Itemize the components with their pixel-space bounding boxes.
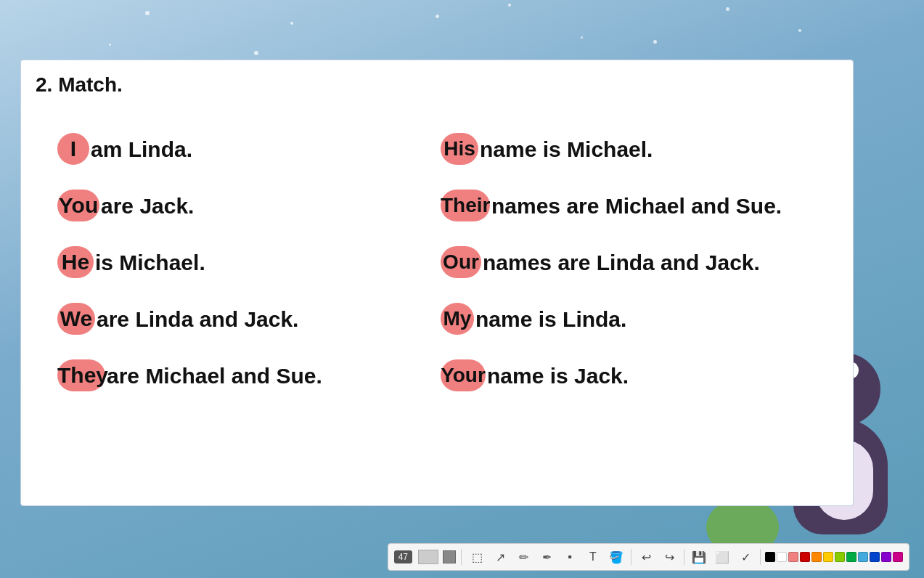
snow-dot [145, 11, 150, 15]
color-salmon[interactable] [788, 552, 798, 562]
pronoun-My: My [441, 303, 474, 335]
select-tool-button[interactable]: ⬚ [467, 547, 487, 567]
pronoun-Our: Our [441, 246, 481, 278]
exercise-title: 2. Match. [21, 60, 853, 104]
sentence-right-5: Your name is Jack. [441, 352, 824, 399]
text-tool-button[interactable]: T [583, 547, 603, 567]
sentence-left-5: They are Michael and Sue. [57, 352, 441, 399]
sentence-rest-r1: name is Michael. [480, 135, 653, 163]
sep1 [461, 549, 462, 565]
sentence-right-2: Their names are Michael and Sue. [441, 182, 824, 229]
undo-button[interactable]: ↩ [636, 547, 656, 567]
sentence-rest-3: is Michael. [95, 248, 205, 277]
color-palette [765, 552, 903, 562]
snow-dot [653, 40, 657, 44]
pen-tool-button[interactable]: ✒ [536, 547, 557, 567]
color-black[interactable] [765, 552, 775, 562]
snow-dot [581, 36, 583, 38]
pronoun-Your: Your [441, 359, 486, 391]
sentence-left-2: You are Jack. [57, 182, 441, 229]
sentence-rest-r4: name is Linda. [475, 305, 626, 333]
sentence-rest-4: are Linda and Jack. [97, 305, 298, 333]
redo-button[interactable]: ↪ [659, 547, 679, 567]
page-number: 47 [394, 550, 412, 563]
sentence-rest-5: are Michael and Sue. [107, 362, 322, 390]
pronoun-He: He [57, 246, 94, 278]
fill-tool-button[interactable]: 🪣 [606, 547, 626, 567]
pronoun-His: His [441, 133, 478, 165]
color-blue[interactable] [870, 552, 880, 562]
sentence-left-4: We are Linda and Jack. [57, 296, 441, 342]
snow-dot [798, 29, 801, 32]
color-yellow[interactable] [823, 552, 833, 562]
sentence-right-4: My name is Linda. [441, 296, 824, 342]
pencil-tool-button[interactable]: ✏ [513, 547, 533, 567]
sentence-rest-2: are Jack. [101, 192, 194, 220]
snow-dot [508, 4, 511, 7]
confirm-button[interactable]: ✓ [735, 547, 756, 567]
expand-button[interactable]: ⬜ [712, 547, 732, 567]
grey-swatch [418, 550, 438, 564]
pronoun-Their: Their [441, 190, 490, 221]
toolbar: 47 ⬚ ↗ ✏ ✒ ▪ T 🪣 ↩ ↪ 💾 ⬜ ✓ [388, 543, 909, 571]
color-red[interactable] [800, 552, 810, 562]
sentence-right-1: His name is Michael. [441, 126, 824, 172]
shape-tool-button[interactable]: ▪ [560, 547, 580, 567]
sep3 [684, 549, 684, 565]
sentence-left-3: He is Michael. [57, 239, 441, 285]
snow-dot [436, 15, 439, 18]
snow-dot [726, 7, 729, 11]
arrow-tool-button[interactable]: ↗ [490, 547, 510, 567]
dark-swatch [443, 550, 456, 563]
main-panel: 2. Match. I am Linda. His name is Michae… [20, 60, 854, 506]
pronoun-You: You [57, 190, 99, 221]
sentence-rest-r5: name is Jack. [487, 362, 629, 390]
sentence-left-1: I am Linda. [57, 126, 441, 172]
color-lime[interactable] [835, 552, 845, 562]
color-purple[interactable] [881, 552, 891, 562]
sentences-container: I am Linda. His name is Michael. You are… [21, 111, 853, 413]
pronoun-I: I [57, 133, 89, 165]
color-green[interactable] [846, 552, 856, 562]
color-light-blue[interactable] [858, 552, 868, 562]
sentence-rest-r2: names are Michael and Sue. [491, 192, 782, 220]
pronoun-We: We [57, 303, 95, 335]
pronoun-They: They [57, 359, 105, 391]
color-pink[interactable] [893, 552, 903, 562]
sep4 [760, 549, 761, 565]
save-button[interactable]: 💾 [689, 547, 709, 567]
snow-dot [290, 22, 293, 25]
sep2 [631, 549, 631, 565]
sentence-right-3: Our names are Linda and Jack. [441, 239, 824, 285]
snow-dot [109, 44, 111, 46]
color-orange[interactable] [811, 552, 822, 562]
sentence-rest-r3: names are Linda and Jack. [483, 248, 760, 277]
color-white[interactable] [777, 552, 787, 562]
snow-dot [254, 51, 258, 55]
sentence-rest-1: am Linda. [91, 135, 192, 163]
